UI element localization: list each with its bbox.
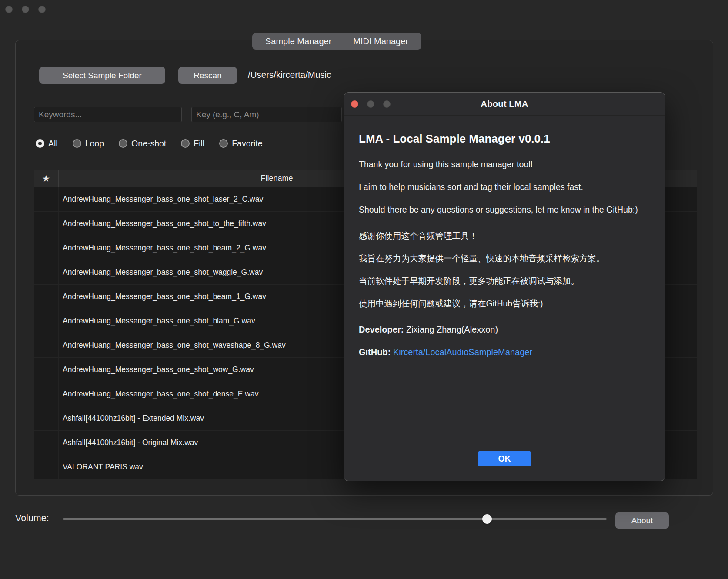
dialog-paragraph-aim: I aim to help musicians sort and tag the… [359, 180, 650, 193]
keywords-input[interactable] [34, 107, 182, 122]
radio-icon [219, 139, 228, 148]
window-close-icon[interactable] [5, 6, 13, 13]
row-star-cell[interactable] [34, 285, 59, 309]
dialog-paragraph-cn-status: 当前软件处于早期开发阶段，更多功能正在被调试与添加。 [359, 274, 650, 287]
filter-radio[interactable]: All [36, 139, 58, 149]
radio-icon [36, 139, 44, 148]
tab-midi-manager[interactable]: MIDI Manager [353, 37, 408, 47]
github-line: GitHub: Kircerta/LocalAudioSampleManager [359, 346, 650, 359]
dialog-heading: LMA - Local Sample Manager v0.0.1 [359, 132, 650, 146]
row-filename: Ashfall[44100hz16bit] - Original Mix.wav [59, 438, 198, 447]
row-filename: AndrewHuang_Messenger_bass_one_shot_lase… [59, 195, 263, 204]
row-star-cell[interactable] [34, 309, 59, 333]
ok-button[interactable]: OK [478, 451, 531, 466]
tab-sample-manager[interactable]: Sample Manager [265, 37, 331, 47]
dialog-close-icon[interactable] [351, 100, 358, 108]
radio-label: All [48, 139, 58, 149]
key-input[interactable] [191, 107, 342, 122]
developer-label: Developer: [359, 325, 404, 334]
filter-radio[interactable]: One-shot [119, 139, 166, 149]
row-star-cell[interactable] [34, 455, 59, 479]
filter-radio[interactable]: Loop [73, 139, 104, 149]
dialog-zoom-icon [383, 100, 391, 108]
volume-label: Volume: [15, 513, 49, 524]
row-star-cell[interactable] [34, 260, 59, 284]
dialog-paragraph-questions: Should there be any questions or suggest… [359, 203, 650, 216]
radio-icon [73, 139, 81, 148]
row-filename: AndrewHuang_Messenger_bass_one_shot_wave… [59, 341, 286, 350]
github-repo-link[interactable]: Kircerta/LocalAudioSampleManager [393, 347, 532, 357]
row-filename: AndrewHuang_Messenger_bass_one_shot_wagg… [59, 268, 263, 277]
developer-value: Zixiang Zhang(Alexxon) [406, 325, 498, 334]
row-filename: AndrewHuang_Messenger_bass_one_shot_dens… [59, 389, 258, 399]
dialog-content: LMA - Local Sample Manager v0.0.1 Thank … [344, 116, 665, 359]
row-star-cell[interactable] [34, 333, 59, 357]
volume-thumb[interactable] [482, 514, 492, 524]
dialog-titlebar: About LMA [344, 93, 665, 116]
row-filename: AndrewHuang_Messenger_bass_one_shot_blam… [59, 316, 255, 326]
dialog-paragraph-cn-thanks: 感谢你使用这个音频管理工具！ [359, 229, 650, 242]
about-button[interactable]: About [615, 512, 669, 529]
row-filename: AndrewHuang_Messenger_bass_one_shot_to_t… [59, 219, 266, 228]
filter-radio[interactable]: Favorite [219, 139, 262, 149]
favorite-column-header[interactable]: ★ [34, 170, 59, 187]
row-star-cell[interactable] [34, 358, 59, 382]
radio-label: One-shot [131, 139, 166, 149]
select-sample-folder-button[interactable]: Select Sample Folder [39, 67, 165, 84]
filter-radios: All Loop One-shot Fill Favorite [36, 137, 263, 150]
window-zoom-icon[interactable] [38, 6, 46, 13]
dialog-title: About LMA [481, 99, 528, 109]
dialog-paragraph-thanks: Thank you for using this sample manager … [359, 158, 650, 171]
row-filename: AndrewHuang_Messenger_bass_one_shot_beam… [59, 243, 266, 253]
rescan-button[interactable]: Rescan [178, 67, 237, 84]
row-filename: Ashfall[44100hz16bit] - Extended Mix.wav [59, 414, 204, 423]
sample-folder-path: /Users/kircerta/Music [248, 70, 331, 80]
volume-slider[interactable] [63, 514, 607, 524]
row-filename: VALORANT PARIS.wav [59, 463, 143, 472]
radio-label: Favorite [232, 139, 262, 149]
radio-label: Fill [194, 139, 204, 149]
dialog-paragraph-cn-aim: 我旨在努力为大家提供一个轻量、快速的本地音频采样检索方案。 [359, 252, 650, 265]
radio-icon [119, 139, 127, 148]
row-filename: AndrewHuang_Messenger_bass_one_shot_wow_… [59, 365, 254, 374]
filter-radio[interactable]: Fill [181, 139, 204, 149]
row-star-cell[interactable] [34, 431, 59, 455]
about-dialog: About LMA LMA - Local Sample Manager v0.… [344, 92, 665, 481]
radio-label: Loop [85, 139, 104, 149]
manager-tabs: Sample Manager MIDI Manager [252, 33, 421, 50]
developer-line: Developer: Zixiang Zhang(Alexxon) [359, 323, 650, 336]
row-star-cell[interactable] [34, 236, 59, 260]
dialog-minimize-icon [367, 100, 374, 108]
row-star-cell[interactable] [34, 382, 59, 406]
dialog-paragraph-cn-questions: 使用中遇到任何问题或建议，请在GitHub告诉我:) [359, 297, 650, 310]
github-label: GitHub: [359, 347, 391, 357]
row-star-cell[interactable] [34, 187, 59, 211]
volume-slider-track[interactable] [63, 518, 607, 520]
row-star-cell[interactable] [34, 406, 59, 430]
row-star-cell[interactable] [34, 212, 59, 236]
window-minimize-icon[interactable] [22, 6, 29, 13]
row-filename: AndrewHuang_Messenger_bass_one_shot_beam… [59, 292, 266, 301]
radio-icon [181, 139, 190, 148]
